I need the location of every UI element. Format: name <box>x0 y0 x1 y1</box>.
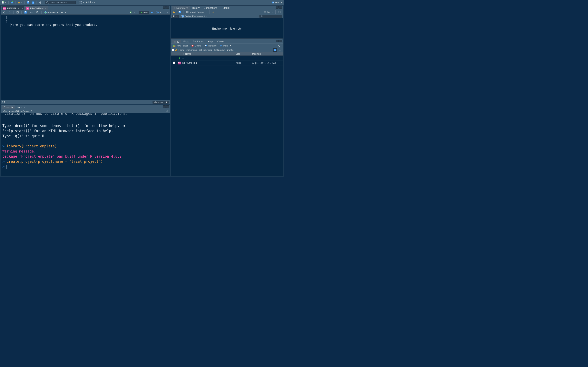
tab-viewer[interactable]: Viewer <box>215 40 226 43</box>
load-workspace-button[interactable] <box>172 10 177 14</box>
pane-min-button[interactable] <box>276 40 279 42</box>
tab-connections[interactable]: Connections <box>202 6 219 10</box>
knit-opts-button[interactable] <box>60 11 67 14</box>
run-button[interactable]: Run <box>139 11 149 14</box>
show-in-new-button[interactable] <box>15 11 20 14</box>
spellcheck-button[interactable]: ABC <box>29 11 35 14</box>
source-dropdown-button[interactable] <box>155 11 162 14</box>
tab-packages[interactable]: Packages <box>191 40 206 43</box>
breadcrumb-seg[interactable]: Documents <box>186 49 198 51</box>
pane-min-button[interactable] <box>276 6 279 8</box>
main-toolbar: Go to file/function Addins R temp <box>0 0 284 5</box>
save-button[interactable] <box>26 0 30 4</box>
file-size: 48 B <box>236 62 252 64</box>
markdown-icon: MD <box>26 7 29 10</box>
file-row-up[interactable]: .. <box>171 56 283 60</box>
preview-button[interactable]: Preview <box>43 11 59 14</box>
svg-rect-13 <box>80 1 80 2</box>
addins-menu[interactable]: Addins <box>85 0 96 4</box>
files-more-button[interactable]: … <box>278 48 282 52</box>
svg-point-22 <box>36 11 38 13</box>
breadcrumb-seg[interactable]: Home <box>178 49 184 51</box>
home-icon[interactable] <box>175 49 178 51</box>
goto-file-input[interactable]: Go to file/function <box>45 1 76 4</box>
tab-environment[interactable]: Environment <box>172 6 190 10</box>
pane-max-button[interactable] <box>166 6 169 8</box>
files-project-badge[interactable]: R <box>273 48 277 52</box>
svg-text:R: R <box>273 2 274 3</box>
tab-jobs[interactable]: Jobs × <box>15 105 27 109</box>
new-project-button[interactable] <box>10 0 14 4</box>
col-name[interactable]: ▲Name <box>182 53 236 55</box>
language-selector[interactable]: Markdown ≑ <box>153 101 169 104</box>
clear-env-button[interactable] <box>211 10 216 14</box>
tab-history[interactable]: History <box>190 6 201 10</box>
env-search-input[interactable] <box>259 15 282 18</box>
file-checkbox[interactable] <box>173 62 175 64</box>
clear-console-button[interactable] <box>166 110 169 113</box>
find-button[interactable] <box>35 11 40 14</box>
open-file-button[interactable] <box>17 0 23 4</box>
file-row[interactable]: MDREADME.md48 BAug 4, 2021, 9:27 AM <box>171 60 283 66</box>
refresh-icon <box>278 11 281 13</box>
source-tab-0[interactable]: MD README.md × <box>2 6 25 10</box>
refresh-files-button[interactable] <box>277 44 282 48</box>
new-file-button[interactable] <box>1 0 7 4</box>
source-tab-1[interactable]: MD README.md × <box>25 6 48 10</box>
outline-button[interactable]: A <box>165 11 169 14</box>
tab-help[interactable]: Help <box>206 40 215 43</box>
pane-max-button[interactable] <box>279 6 282 8</box>
refresh-env-button[interactable] <box>277 10 282 14</box>
close-tab-icon[interactable]: × <box>24 106 25 109</box>
editor-status-bar: 1:1 Markdown ≑ <box>1 100 170 104</box>
line-gutter: 12 <box>1 15 9 100</box>
pane-max-button[interactable] <box>279 40 282 42</box>
arrow-left-icon <box>3 11 6 14</box>
delete-button[interactable]: Delete <box>190 44 203 48</box>
view-mode-button[interactable]: List <box>263 10 274 14</box>
tab-files[interactable]: Files <box>172 40 181 43</box>
svg-rect-30 <box>179 11 180 12</box>
console-output[interactable]: 'citation()' on how to cite R or R packa… <box>1 113 170 176</box>
select-all-checkbox[interactable] <box>172 49 174 51</box>
breadcrumb-seg[interactable]: temp <box>208 49 212 51</box>
print-icon <box>39 1 42 4</box>
close-tab-icon[interactable]: × <box>45 7 47 10</box>
svg-rect-27 <box>130 12 131 12</box>
console-path: ~/Documents/GitHub/temp/ <box>2 110 29 112</box>
nav-back-button[interactable] <box>2 11 7 14</box>
pane-max-button[interactable] <box>166 105 169 108</box>
breadcrumb-seg[interactable]: trial project <box>214 49 225 51</box>
save-all-button[interactable] <box>31 0 35 4</box>
rename-button[interactable]: Rename <box>203 44 218 48</box>
env-lang-select[interactable]: R <box>172 15 179 18</box>
tab-plots[interactable]: Plots <box>181 40 191 43</box>
project-icon: R <box>272 1 275 4</box>
editor[interactable]: 12 Here you can store any graphs that yo… <box>1 15 170 100</box>
save-workspace-button[interactable] <box>177 10 182 14</box>
tab-tutorial[interactable]: Tutorial <box>219 6 232 10</box>
col-size[interactable]: Size <box>236 53 252 55</box>
nav-fwd-button[interactable] <box>7 11 12 14</box>
grid-button[interactable] <box>78 0 85 4</box>
code-area[interactable]: Here you can store any graphs that you p… <box>9 15 170 100</box>
tab-console[interactable]: Console <box>2 105 15 109</box>
new-folder-button[interactable]: New Folder <box>172 44 189 48</box>
more-button[interactable]: More <box>218 44 232 48</box>
svg-rect-10 <box>40 1 41 2</box>
col-modified[interactable]: Modified <box>252 53 283 55</box>
print-button[interactable] <box>38 0 43 4</box>
import-dataset-button[interactable]: Import Dataset <box>185 10 208 14</box>
pane-min-button[interactable] <box>163 105 166 108</box>
rerun-button[interactable] <box>149 11 154 14</box>
svg-rect-5 <box>27 1 29 2</box>
pane-min-button[interactable] <box>163 6 166 8</box>
breadcrumb-seg[interactable]: GitHub <box>199 49 206 51</box>
console-popout-icon[interactable] <box>30 110 33 113</box>
project-menu[interactable]: R temp <box>271 0 283 4</box>
insert-chunk-button[interactable] <box>129 11 136 14</box>
close-tab-icon[interactable]: × <box>22 7 23 10</box>
env-scope-select[interactable]: Global Environment <box>180 15 209 18</box>
save-source-button[interactable] <box>23 11 28 14</box>
breadcrumb-seg[interactable]: graphs <box>227 49 233 51</box>
